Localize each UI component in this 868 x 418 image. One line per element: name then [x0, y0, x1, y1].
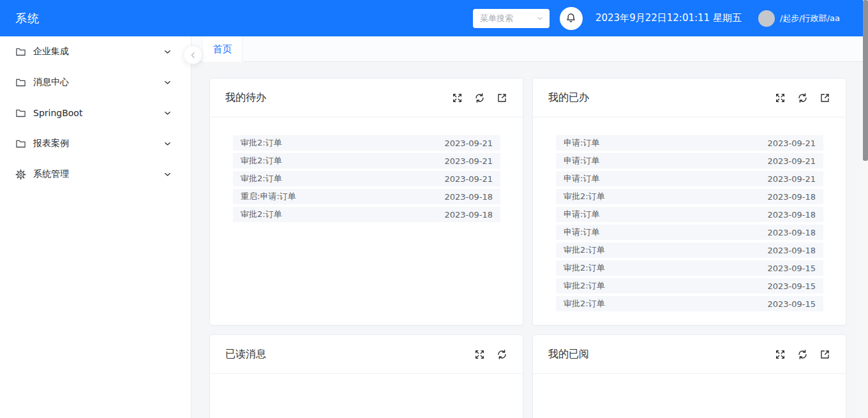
- list-item[interactable]: 审批2:订单2023-09-18: [556, 189, 823, 204]
- list-item[interactable]: 申请:订单2023-09-21: [556, 153, 823, 168]
- list-item-date: 2023-09-21: [444, 156, 493, 166]
- list-item-title: 审批2:订单: [564, 191, 605, 202]
- list-item-title: 申请:订单: [564, 137, 599, 149]
- card-body: 审批2:订单2023-09-21审批2:订单2023-09-21审批2:订单20…: [210, 117, 523, 222]
- chevron-down-icon: [163, 78, 172, 87]
- user-breadcrumb[interactable]: /起步/行政部/aa: [780, 13, 840, 24]
- card-actions: [775, 349, 830, 360]
- refresh-button[interactable]: [474, 93, 485, 103]
- list-item-date: 2023-09-18: [444, 192, 493, 202]
- dashboard-grid: 我的待办审批2:订单2023-09-21审批2:订单2023-09-21审批2:…: [209, 78, 849, 418]
- header-datetime: 2023年9月22日12:01:11 星期五: [595, 12, 742, 24]
- chevron-down-icon: [163, 170, 172, 179]
- sidebar-collapse-button[interactable]: [183, 45, 202, 64]
- card-my-reviewed: 我的已阅: [532, 334, 846, 418]
- external-link-icon: [819, 93, 830, 103]
- list-item-title: 申请:订单: [564, 227, 599, 238]
- refresh-button[interactable]: [797, 349, 808, 360]
- card-actions: [452, 93, 507, 103]
- list-item[interactable]: 审批2:订单2023-09-15: [556, 278, 823, 294]
- refresh-button[interactable]: [497, 349, 507, 360]
- fullscreen-icon: [474, 349, 485, 360]
- chevron-down-icon: [163, 140, 172, 148]
- list-item[interactable]: 审批2:订单2023-09-21: [233, 135, 500, 151]
- list-item-date: 2023-09-21: [767, 156, 816, 166]
- list-item[interactable]: 重启:申请:订单2023-09-18: [233, 189, 500, 204]
- list-item-title: 审批2:订单: [241, 209, 282, 220]
- header-right: 菜单搜索 2023年9月22日12:01:11 星期五 /起步/行政部/aa: [473, 7, 840, 30]
- sidebar-item-系统管理[interactable]: 系统管理: [0, 159, 191, 190]
- fullscreen-icon: [452, 93, 463, 103]
- sidebar-item-label: 系统管理: [33, 168, 163, 180]
- external-link-icon: [497, 93, 507, 103]
- tab-home[interactable]: 首页: [202, 36, 243, 62]
- folder-icon: [15, 77, 26, 88]
- card-read-messages: 已读消息: [209, 334, 523, 418]
- list-item-date: 2023-09-21: [444, 138, 493, 148]
- refresh-button[interactable]: [797, 93, 808, 103]
- card-body: [533, 374, 846, 392]
- list-item[interactable]: 审批2:订单2023-09-18: [556, 243, 823, 258]
- card-title: 已读消息: [225, 348, 266, 361]
- notifications-button[interactable]: [560, 7, 583, 30]
- fullscreen-button[interactable]: [452, 93, 463, 103]
- sidebar-item-消息中心[interactable]: 消息中心: [0, 67, 191, 98]
- refresh-icon: [797, 93, 808, 103]
- refresh-icon: [497, 349, 507, 360]
- list-item-date: 2023-09-21: [767, 138, 816, 148]
- chevron-down-icon: [163, 48, 172, 56]
- sidebar-item-报表案例[interactable]: 报表案例: [0, 128, 191, 159]
- card-title: 我的待办: [225, 91, 266, 105]
- sidebar-item-label: 企业集成: [33, 46, 163, 57]
- sidebar-item-label: 消息中心: [33, 77, 163, 88]
- list-item[interactable]: 审批2:订单2023-09-15: [556, 296, 823, 311]
- fullscreen-button[interactable]: [775, 349, 786, 360]
- list-item-title: 审批2:订单: [241, 173, 282, 184]
- list-item[interactable]: 审批2:订单2023-09-15: [556, 260, 823, 276]
- list-item[interactable]: 审批2:订单2023-09-18: [233, 207, 500, 222]
- card-title: 我的已阅: [548, 348, 589, 361]
- list-item-title: 重启:申请:订单: [241, 191, 296, 202]
- sidebar-item-label: 报表案例: [33, 138, 163, 149]
- app-title: 系统: [15, 11, 40, 26]
- external-link-button[interactable]: [819, 349, 830, 360]
- refresh-icon: [474, 93, 485, 103]
- card-actions: [775, 93, 830, 103]
- menu-search-placeholder: 菜单搜索: [480, 13, 513, 24]
- list-item-date: 2023-09-18: [444, 210, 493, 220]
- sidebar-item-企业集成[interactable]: 企业集成: [0, 36, 191, 67]
- sidebar-item-SpringBoot[interactable]: SpringBoot: [0, 98, 191, 128]
- list-item-title: 审批2:订单: [564, 298, 605, 310]
- list-item[interactable]: 审批2:订单2023-09-21: [233, 153, 500, 168]
- list-item[interactable]: 审批2:订单2023-09-21: [233, 171, 500, 186]
- card-my-todo: 我的待办审批2:订单2023-09-21审批2:订单2023-09-21审批2:…: [209, 78, 523, 325]
- menu-search-select[interactable]: 菜单搜索: [473, 9, 550, 28]
- card-header: 我的待办: [210, 78, 523, 117]
- card-body: [210, 374, 523, 392]
- list-item[interactable]: 申请:订单2023-09-18: [556, 225, 823, 240]
- list-item-title: 审批2:订单: [564, 262, 605, 274]
- external-link-button[interactable]: [819, 93, 830, 103]
- sidebar: 企业集成消息中心SpringBoot报表案例系统管理: [0, 36, 191, 418]
- fullscreen-button[interactable]: [775, 93, 786, 103]
- scrollbar-thumb[interactable]: [863, 0, 868, 161]
- list-item-date: 2023-09-15: [767, 281, 816, 291]
- card-header: 我的已阅: [533, 335, 846, 374]
- avatar[interactable]: [758, 10, 775, 27]
- list-item[interactable]: 申请:订单2023-09-21: [556, 171, 823, 186]
- card-header: 我的已办: [533, 78, 846, 117]
- fullscreen-button[interactable]: [474, 349, 485, 360]
- bell-icon: [565, 13, 576, 24]
- sidebar-item-label: SpringBoot: [33, 108, 163, 118]
- list-item-title: 审批2:订单: [241, 137, 282, 149]
- external-link-button[interactable]: [497, 93, 507, 103]
- refresh-icon: [797, 349, 808, 360]
- list-item-title: 审批2:订单: [564, 280, 605, 292]
- list-item[interactable]: 申请:订单2023-09-18: [556, 207, 823, 222]
- list-item[interactable]: 申请:订单2023-09-21: [556, 135, 823, 151]
- scrollbar[interactable]: [863, 0, 868, 418]
- list-item-title: 审批2:订单: [564, 244, 605, 256]
- card-title: 我的已办: [548, 91, 589, 105]
- list-item-title: 申请:订单: [564, 155, 599, 167]
- list-item-date: 2023-09-21: [444, 174, 493, 184]
